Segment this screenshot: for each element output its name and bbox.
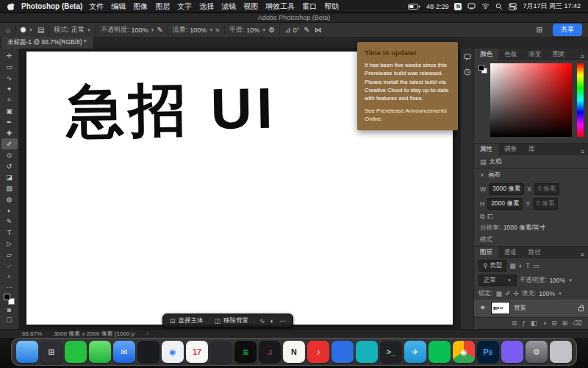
workspace-icon[interactable]: ⊞: [537, 26, 542, 34]
foreground-background-swatches[interactable]: [4, 294, 15, 305]
brush-settings-panel-icon[interactable]: ▤: [37, 26, 44, 34]
share-button[interactable]: 共享: [553, 24, 582, 36]
width-field[interactable]: 3000 像素: [489, 183, 524, 195]
layer-visibility-icon[interactable]: 👁: [478, 305, 487, 311]
blend-mode-select[interactable]: 模式: 正常 ▼: [54, 25, 90, 35]
menubar-menu-item[interactable]: 窗口: [302, 1, 317, 12]
dock-icon-safari[interactable]: ◉: [162, 341, 184, 363]
move-tool[interactable]: ✛: [1, 50, 18, 61]
home-icon[interactable]: ⌂: [6, 26, 10, 34]
crop-tool[interactable]: ⌗: [1, 94, 18, 105]
opacity-control[interactable]: 不透明度: 100% ▼ ✎: [101, 25, 163, 35]
dock-icon-music[interactable]: ♫: [259, 341, 281, 363]
notion-menubar-icon[interactable]: N: [454, 3, 462, 10]
lasso-tool[interactable]: ∿: [1, 72, 18, 83]
symmetry-icon[interactable]: ⋈: [315, 26, 322, 34]
wifi-icon[interactable]: [481, 3, 490, 10]
dock-icon-telegram[interactable]: ✈: [404, 341, 426, 363]
lock-position-icon[interactable]: ✛: [513, 290, 519, 297]
dock-icon-notes[interactable]: [210, 341, 232, 363]
tab-gradients[interactable]: 渐变: [523, 49, 547, 60]
tab-paths[interactable]: 路径: [523, 247, 547, 258]
shape-tool[interactable]: ▱: [1, 249, 18, 260]
fgbg-mini-swatches[interactable]: [478, 65, 487, 74]
dock-icon-notion[interactable]: N: [283, 341, 305, 363]
dock-icon-chrome[interactable]: ◉: [453, 341, 475, 363]
layer-blend-mode-select[interactable]: 正常 ▼: [478, 275, 517, 286]
menubar-menu-item[interactable]: 编辑: [111, 1, 126, 12]
brush-preset-picker[interactable]: ▼: [20, 26, 33, 33]
tab-adjustments[interactable]: 调整: [498, 144, 523, 155]
layer-row-background[interactable]: 👁 急招 UI 背景: [474, 300, 588, 316]
menubar-menu-item[interactable]: 帮助: [324, 1, 339, 12]
menubar-menu-item[interactable]: 图像: [133, 1, 148, 12]
type-tool[interactable]: T: [1, 227, 18, 238]
layer-thumbnail[interactable]: 急招 UI: [491, 302, 510, 314]
dock-icon-trash[interactable]: [550, 341, 572, 363]
pen-tool[interactable]: ✎: [1, 216, 18, 227]
dock-icon-blue-app[interactable]: [331, 341, 354, 363]
layer-group-icon[interactable]: ⊟: [551, 319, 557, 328]
layer-filter-type-select[interactable]: ⚲ 类型: [478, 260, 506, 272]
blur-tool[interactable]: ◍: [1, 194, 18, 205]
dock-icon-messages[interactable]: [89, 341, 111, 363]
tab-layers[interactable]: 图层: [474, 247, 498, 258]
panel-menu-icon[interactable]: ≡: [577, 53, 588, 60]
fill-value[interactable]: 100%: [539, 290, 555, 297]
lasso-icon[interactable]: ∿: [259, 317, 265, 325]
new-layer-icon[interactable]: ⊞: [562, 319, 568, 328]
link-dimensions-icon[interactable]: ⧉: [480, 213, 484, 221]
eyedropper-tool[interactable]: ✒: [1, 116, 18, 127]
filter-adjustment-icon[interactable]: ◐: [519, 262, 523, 269]
layer-name[interactable]: 背景: [514, 304, 526, 313]
quick-selection-tool[interactable]: ✦: [1, 83, 18, 94]
dock-icon-calendar[interactable]: 17: [186, 341, 208, 363]
clone-stamp-tool[interactable]: ⊙: [1, 149, 18, 160]
edit-toolbar-icon[interactable]: ⋯: [1, 282, 18, 291]
dock-icon-terminal[interactable]: >_: [380, 341, 402, 363]
menubar-app-name[interactable]: Photoshop (Beta): [21, 2, 82, 10]
layer-mask-icon[interactable]: ◧: [531, 319, 537, 328]
menubar-menu-item[interactable]: 视图: [243, 1, 258, 12]
select-subject-button[interactable]: ⊡ 选择主体: [170, 316, 204, 325]
healing-brush-tool[interactable]: ✚: [1, 127, 18, 138]
dock-icon-wechat[interactable]: [65, 341, 87, 363]
panel-menu-icon[interactable]: ≡: [577, 148, 588, 155]
tab-properties[interactable]: 属性: [474, 144, 498, 155]
hue-slider[interactable]: [577, 63, 584, 137]
tab-libraries[interactable]: 库: [523, 144, 541, 155]
dock-icon-wecom[interactable]: [429, 341, 451, 363]
apple-menu-icon[interactable]: [7, 2, 15, 11]
hand-tool[interactable]: ☞: [1, 260, 18, 271]
pressure-size-icon[interactable]: ✎: [304, 26, 309, 34]
panel-menu-icon[interactable]: ≡: [577, 251, 588, 258]
dock-icon-photoshop[interactable]: Ps: [477, 341, 499, 363]
brush-angle-control[interactable]: ⊿ 0°: [284, 26, 299, 34]
adjustment-layer-icon[interactable]: ◑: [542, 319, 546, 328]
quick-mask-icon[interactable]: ◙: [1, 305, 18, 314]
history-brush-tool[interactable]: ↺: [1, 160, 18, 171]
brush-tool[interactable]: ✐: [1, 138, 18, 149]
remove-background-button[interactable]: ◫ 移除背景: [215, 316, 249, 325]
layer-effects-icon[interactable]: ƒ: [522, 319, 526, 328]
height-field[interactable]: 2000 像素: [487, 198, 523, 210]
status-chevron-icon[interactable]: ›: [146, 330, 148, 337]
display-icon[interactable]: [467, 3, 476, 10]
eraser-tool[interactable]: ◪: [1, 171, 18, 183]
document-tab[interactable]: 未标题-1 @ 66.7%(RGB/8) *: [1, 37, 94, 49]
screen-mode-icon[interactable]: ▢: [1, 314, 18, 324]
dock-icon-finder[interactable]: [16, 341, 38, 363]
search-icon[interactable]: [495, 3, 503, 10]
filter-pixel-icon[interactable]: ▦: [509, 262, 516, 269]
tab-patterns[interactable]: 图案: [547, 49, 571, 60]
dock-icon-purple-app[interactable]: [501, 341, 523, 363]
update-notification[interactable]: Time to update! It has been five weeks s…: [357, 42, 458, 130]
path-selection-tool[interactable]: ▷: [1, 238, 18, 249]
zoom-tool[interactable]: ⌕: [1, 271, 18, 282]
menubar-menu-item[interactable]: 选择: [199, 1, 214, 12]
menubar-menu-item[interactable]: 滤镜: [221, 1, 236, 12]
menubar-menu-item[interactable]: 增效工具: [265, 1, 295, 12]
dock-icon-netease-music[interactable]: ♪: [307, 341, 329, 363]
dock-icon-settings[interactable]: ⚙: [526, 341, 548, 363]
filter-shape-icon[interactable]: ▭: [533, 262, 539, 269]
